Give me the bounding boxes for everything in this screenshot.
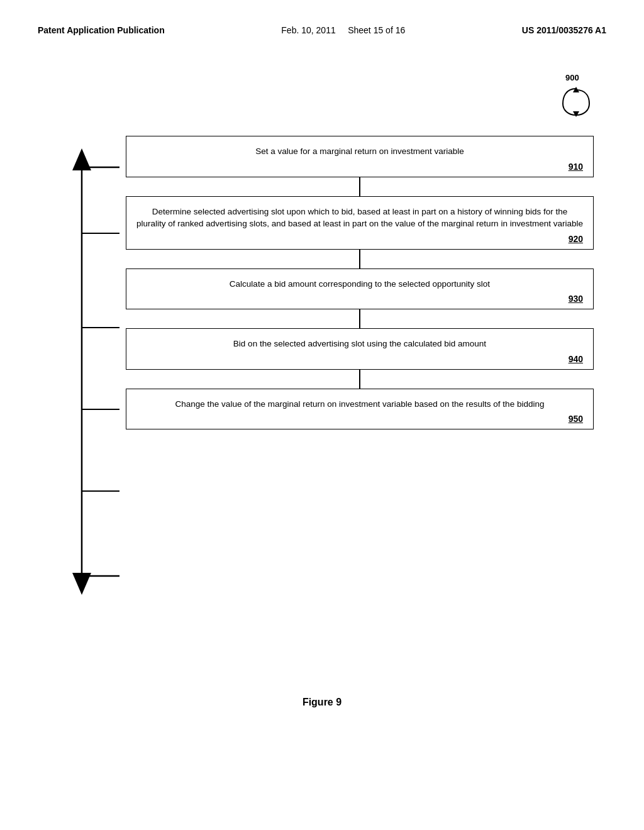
page-header: Patent Application Publication Feb. 10, … xyxy=(0,0,644,48)
connector-910-920 xyxy=(359,177,360,196)
header-publication-label: Patent Application Publication xyxy=(38,25,165,35)
box-920-number: 920 xyxy=(136,234,583,244)
flow-boxes-container: Set a value for a marginal return on inv… xyxy=(126,136,594,429)
main-loop-arrow xyxy=(38,136,126,607)
connector-920-930 xyxy=(359,250,360,268)
header-patent-number: US 2011/0035276 A1 xyxy=(522,25,606,35)
flow-box-950: Change the value of the marginal return … xyxy=(126,389,594,430)
header-date-sheet: Feb. 10, 2011 Sheet 15 of 16 xyxy=(281,25,405,35)
flow-box-920: Determine selected advertising slot upon… xyxy=(126,196,594,250)
flow-box-930: Calculate a bid amount corresponding to … xyxy=(126,268,594,310)
box-930-text: Calculate a bid amount corresponding to … xyxy=(136,278,583,290)
diagram-area: 900 Set a va xyxy=(0,54,644,746)
svg-marker-1 xyxy=(573,111,579,117)
header-sheet: Sheet 15 of 16 xyxy=(348,25,405,35)
flow-box-940: Bid on the selected advertising slot usi… xyxy=(126,328,594,370)
box-920-text: Determine selected advertising slot upon… xyxy=(136,206,583,230)
box-940-number: 940 xyxy=(136,354,583,364)
loop-label: 900 xyxy=(565,73,594,82)
loop-arrow-900: 900 xyxy=(559,73,594,118)
header-date: Feb. 10, 2011 xyxy=(281,25,335,35)
box-910-text: Set a value for a marginal return on inv… xyxy=(136,145,583,158)
figure-label: Figure 9 xyxy=(0,697,644,708)
box-930-number: 930 xyxy=(136,294,583,304)
connector-930-940 xyxy=(359,309,360,328)
box-950-text: Change the value of the marginal return … xyxy=(136,398,583,411)
box-910-number: 910 xyxy=(136,162,583,172)
flow-box-910: Set a value for a marginal return on inv… xyxy=(126,136,594,177)
box-940-text: Bid on the selected advertising slot usi… xyxy=(136,338,583,350)
connector-940-950 xyxy=(359,370,360,389)
loop-arrow-icon xyxy=(559,84,594,118)
box-950-number: 950 xyxy=(136,414,583,424)
